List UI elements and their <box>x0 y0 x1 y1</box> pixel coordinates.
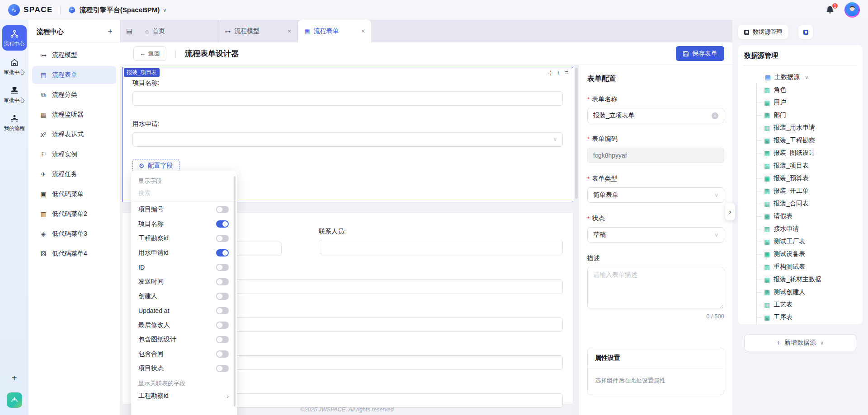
sidebar-item[interactable]: ⧉ 流程分类 <box>32 86 116 104</box>
char-counter: 0 / 500 <box>587 313 724 320</box>
toggle-switch[interactable] <box>216 278 229 285</box>
field-search-input[interactable] <box>138 190 229 196</box>
datasource-table-item[interactable]: ▦ 报装_图纸设计 <box>757 147 856 159</box>
dropdown-scrollbar[interactable] <box>234 176 236 406</box>
toggle-switch[interactable] <box>216 307 229 314</box>
datasource-table-item[interactable]: ▦ 测试工厂表 <box>757 235 856 248</box>
sidebar-item[interactable]: x² 流程表达式 <box>32 126 116 144</box>
sidebar-item[interactable]: ▥ 低代码菜单2 <box>32 205 116 223</box>
datasource-table-item[interactable]: ▦ 报装_工程勘察 <box>757 134 856 147</box>
datasource-table-item[interactable]: ▦ 报装_开工单 <box>757 185 856 197</box>
datasource-table-item[interactable]: ▦ 重构测试表 <box>757 261 856 273</box>
table-icon: ▦ <box>764 276 770 283</box>
sidebar-item[interactable]: ◈ 低代码菜单3 <box>32 225 116 243</box>
datasource-table-item[interactable]: ▦ 报装_耗材主数据 <box>757 273 856 286</box>
datasource-table-item[interactable]: ▦ 用户 <box>757 96 856 109</box>
toggle-switch[interactable] <box>216 264 229 271</box>
datasource-table-item[interactable]: ▦ 角色 <box>757 84 856 96</box>
datasource-table-item[interactable]: ▦ 报装_项目表 <box>757 159 856 172</box>
form-name-input[interactable] <box>593 112 712 119</box>
datasource-table-item[interactable]: ▦ 接水申请 <box>757 223 856 235</box>
rail-item-process-center[interactable]: 流程中心 <box>2 25 27 51</box>
tab-close-icon[interactable]: × <box>288 28 291 35</box>
field-toggle-row: 项目状态 <box>131 361 237 376</box>
add-datasource-button[interactable]: + 新增数据源 ∨ <box>744 334 856 351</box>
save-form-button[interactable]: 保存表单 <box>676 46 724 61</box>
canvas-scrollbar[interactable] <box>574 65 579 415</box>
rail-item-my-process[interactable]: 我的流程 <box>4 114 25 132</box>
sidebar-item-label: 低代码菜单2 <box>52 210 87 218</box>
sidebar-item[interactable]: ▦ 流程监听器 <box>32 106 116 124</box>
notification-bell[interactable]: 1 <box>826 5 835 14</box>
panel-collapse-handle[interactable]: › <box>725 203 735 220</box>
rail-item-approval-center[interactable]: 审批中心 <box>4 58 25 76</box>
datasource-root-node[interactable]: ▤ 主数据源 ∨ <box>744 71 856 84</box>
table-name: 测试创建人 <box>774 288 805 296</box>
toggle-switch[interactable] <box>216 206 229 213</box>
form-name-field[interactable]: × <box>587 108 724 123</box>
sidebar-item[interactable]: ⊶ 流程模型 <box>32 46 116 64</box>
datasource-table-item[interactable]: ▦ 测试设备表 <box>757 248 856 261</box>
toggle-switch[interactable] <box>216 249 229 256</box>
field-toggle-row: 项目编号 <box>131 202 237 217</box>
sidebar-item[interactable]: ⚄ 低代码菜单4 <box>32 245 116 263</box>
home-icon <box>10 58 19 67</box>
avatar[interactable] <box>844 2 860 18</box>
toggle-switch[interactable] <box>216 336 229 343</box>
toggle-switch[interactable] <box>216 322 229 329</box>
sidebar-item[interactable]: ▣ 低代码菜单 <box>32 185 116 203</box>
form-code-input <box>593 152 718 159</box>
tab-icon: ▤ <box>304 28 310 35</box>
status-select[interactable]: ∨ <box>587 227 724 242</box>
datasource-table-item[interactable]: ▦ 测试创建人 <box>757 286 856 298</box>
sidebar-add-button[interactable]: + <box>108 27 113 37</box>
toggle-switch[interactable] <box>216 350 229 358</box>
drag-move-icon[interactable]: ⊹ <box>547 69 553 76</box>
tab-close-icon[interactable]: × <box>361 28 365 35</box>
form-manager-icon[interactable]: ▤ <box>126 27 132 35</box>
design-tool-icon[interactable] <box>7 392 22 408</box>
rail-add-button[interactable]: + <box>12 373 17 383</box>
back-button[interactable]: ← 返回 <box>133 47 166 61</box>
datasource-table-item[interactable]: ▦ 报装_预算表 <box>757 172 856 185</box>
related-field-item[interactable]: 工程勘察id › <box>131 388 237 404</box>
datasource-table-item[interactable]: ▦ 工序表 <box>757 311 856 324</box>
tab[interactable]: ⊶ 流程模型 × <box>218 20 298 42</box>
sidebar-item[interactable]: ✈ 流程任务 <box>32 165 116 183</box>
datasource-table-item[interactable]: ▦ 请假表 <box>757 210 856 223</box>
description-label: 描述 <box>587 254 600 262</box>
datasource-table-item[interactable]: ▦ 报装_合同表 <box>757 197 856 210</box>
toggle-switch[interactable] <box>216 220 229 228</box>
field-toggle-row: 发送时间 <box>131 275 237 289</box>
rail-item-approval-center-2[interactable]: 审批中心 <box>4 86 25 104</box>
platform-name[interactable]: 流程引擎平台(SpaceBPM) <box>80 6 160 14</box>
clear-icon[interactable]: × <box>712 112 718 119</box>
tab[interactable]: ⌂ 首页 × <box>139 20 218 42</box>
toggle-switch[interactable] <box>216 365 229 372</box>
contact-person-input[interactable] <box>319 240 563 254</box>
datasource-table-item[interactable]: ▦ 工艺表 <box>757 298 856 311</box>
field-toggle-label: 包含合同 <box>138 350 164 358</box>
description-textarea[interactable] <box>587 267 724 308</box>
chevron-down-icon[interactable]: ∨ <box>163 7 166 13</box>
toggle-switch[interactable] <box>216 235 229 242</box>
form-type-select[interactable]: ∨ <box>587 187 724 203</box>
properties-title: 属性设置 <box>588 348 724 368</box>
datasource-table-item[interactable]: ▦ 部门 <box>757 109 856 121</box>
add-field-icon[interactable]: + <box>557 69 561 76</box>
table-icon: ▦ <box>764 112 770 119</box>
datasource-manage-button[interactable]: 数据源管理 <box>738 25 788 39</box>
datasource-table-item[interactable]: ▦ 报装_用水申请 <box>757 121 856 134</box>
tab-icon: ⊶ <box>225 28 231 35</box>
project-name-input[interactable] <box>132 91 563 106</box>
water-apply-select[interactable] <box>132 132 563 147</box>
datasource-mini-button[interactable] <box>798 25 813 39</box>
sidebar-item-icon: ⚐ <box>39 151 47 158</box>
sidebar-item[interactable]: ⚐ 流程实例 <box>32 145 116 163</box>
sidebar-item[interactable]: ▤ 流程表单 <box>32 66 116 84</box>
config-panel-title: 表单配置 <box>587 74 724 84</box>
tab[interactable]: ▤ 流程表单 × <box>298 20 371 42</box>
card-menu-icon[interactable]: ≡ <box>565 69 568 76</box>
field-toggle-row: 包含合同 <box>131 347 237 361</box>
toggle-switch[interactable] <box>216 293 229 300</box>
